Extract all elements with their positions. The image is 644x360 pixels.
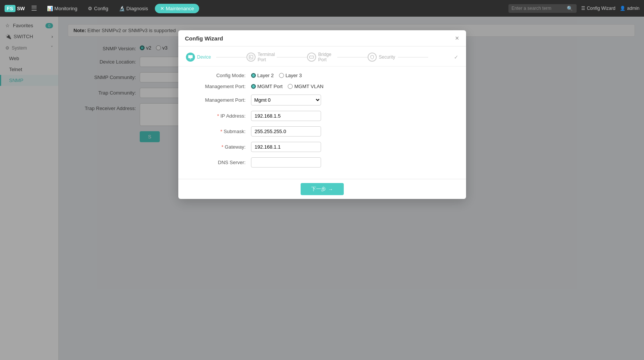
wizard-steps: Device Terminal Port Bridge Port xyxy=(178,47,466,67)
bridge-step-label: Bridge Port xyxy=(318,52,337,62)
wizard-step-device[interactable]: Device xyxy=(186,53,216,62)
nav-monitoring-label: Monitoring xyxy=(55,6,78,11)
nav-maintenance-label: Maintenance xyxy=(166,6,194,11)
security-step-label: Security xyxy=(379,54,395,60)
search-input[interactable] xyxy=(511,6,564,11)
step-line-3 xyxy=(337,57,368,57)
svg-rect-1 xyxy=(249,55,253,59)
layer3-label: Layer 3 xyxy=(285,73,302,78)
dns-server-input[interactable] xyxy=(251,157,321,168)
layer3-radio-label[interactable]: Layer 3 xyxy=(279,73,302,78)
wizard-step-done: ✓ xyxy=(428,54,458,60)
wizard-step-security[interactable]: Security xyxy=(368,53,398,62)
config-icon: ⚙ xyxy=(88,6,92,11)
wizard-step-bridge-port[interactable]: Bridge Port xyxy=(307,52,337,62)
modal-overlay: Config Wizard × Device Terminal Port xyxy=(0,0,644,360)
config-mode-label: Config Mode: xyxy=(190,73,251,78)
gateway-label: * Gateway: xyxy=(190,144,251,150)
modal-header: Config Wizard × xyxy=(178,30,466,47)
bridge-step-icon xyxy=(307,53,316,62)
layer3-radio[interactable] xyxy=(279,73,284,78)
navbar-right: 🔍 ☰ Config Wizard 👤 admin xyxy=(508,4,639,13)
mgmt-port-radio[interactable] xyxy=(251,84,256,89)
admin-label: admin xyxy=(627,6,639,11)
mgmt-port-label: MGMT Port xyxy=(257,84,283,89)
nav-diagnosis-label: Diagnosis xyxy=(126,6,148,11)
step-line-2 xyxy=(277,57,307,57)
gateway-required-star: * xyxy=(221,144,225,150)
device-step-icon xyxy=(186,53,195,62)
submask-required-star: * xyxy=(220,129,224,134)
svg-rect-0 xyxy=(188,55,193,58)
submask-group: * Submask: xyxy=(190,126,454,137)
modal-title: Config Wizard xyxy=(185,35,223,42)
nav-maintenance[interactable]: ✕ Maintenance xyxy=(155,4,199,13)
monitoring-icon: 📊 xyxy=(47,6,53,11)
layer2-radio-label[interactable]: Layer 2 xyxy=(251,73,274,78)
ip-address-group: * IP Address: xyxy=(190,111,454,121)
config-wizard-nav-button[interactable]: ☰ Config Wizard xyxy=(581,6,615,11)
config-mode-group: Config Mode: Layer 2 Layer 3 xyxy=(190,73,454,78)
layer2-radio[interactable] xyxy=(251,73,256,78)
config-wizard-icon: ☰ xyxy=(581,6,585,11)
logo-fs: FS xyxy=(5,5,16,12)
terminal-step-icon xyxy=(246,53,256,62)
svg-rect-2 xyxy=(309,56,313,58)
mgmt-port-type-label: Management Port: xyxy=(190,84,251,89)
security-step-icon xyxy=(368,53,377,62)
ip-required-star: * xyxy=(217,113,221,119)
search-box[interactable]: 🔍 xyxy=(508,4,577,13)
menu-icon[interactable]: ☰ xyxy=(31,4,37,12)
ip-address-input[interactable] xyxy=(251,111,321,121)
modal-close-button[interactable]: × xyxy=(455,35,459,42)
step-line-4 xyxy=(398,57,428,57)
dns-server-group: DNS Server: xyxy=(190,157,454,168)
mgmt-port-select-group: Management Port: Mgmt 0 Mgmt 1 xyxy=(190,95,454,106)
gateway-input[interactable] xyxy=(251,142,321,152)
admin-icon: 👤 xyxy=(620,6,625,11)
app-logo: FS SW xyxy=(5,5,25,12)
nav-diagnosis[interactable]: 🔬 Diagnosis xyxy=(115,3,152,14)
mgmt-port-select-label: Management Port: xyxy=(190,97,251,103)
next-button-label: 下一步 xyxy=(311,186,326,192)
wizard-step-terminal-port[interactable]: Terminal Port xyxy=(246,52,277,62)
nav-monitoring[interactable]: 📊 Monitoring xyxy=(43,3,81,14)
navbar: FS SW ☰ 📊 Monitoring ⚙ Config 🔬 Diagnosi… xyxy=(0,0,644,17)
config-wizard-nav-label: Config Wizard xyxy=(587,6,615,11)
admin-button[interactable]: 👤 admin xyxy=(620,6,639,11)
ip-address-label: * IP Address: xyxy=(190,113,251,119)
mgmt-port-radio-label[interactable]: MGMT Port xyxy=(251,84,283,89)
modal-footer: 下一步 → xyxy=(178,179,466,199)
mgmt-port-select[interactable]: Mgmt 0 Mgmt 1 xyxy=(251,95,321,106)
next-button[interactable]: 下一步 → xyxy=(301,183,344,195)
dns-server-label: DNS Server: xyxy=(190,160,251,165)
maintenance-close-icon: ✕ xyxy=(160,6,164,11)
done-check-icon: ✓ xyxy=(454,54,458,60)
logo-sw: SW xyxy=(17,6,25,11)
diagnosis-icon: 🔬 xyxy=(119,6,125,11)
gateway-group: * Gateway: xyxy=(190,142,454,152)
modal-body: Config Mode: Layer 2 Layer 3 Management … xyxy=(178,67,466,179)
mgmt-vlan-label: MGMT VLAN xyxy=(294,84,323,89)
nav-config-label: Config xyxy=(94,6,108,11)
nav-config[interactable]: ⚙ Config xyxy=(84,3,112,14)
layer2-label: Layer 2 xyxy=(257,73,274,78)
search-icon: 🔍 xyxy=(567,6,573,11)
mgmt-port-type-radio-group: MGMT Port MGMT VLAN xyxy=(251,84,324,89)
config-mode-radio-group: Layer 2 Layer 3 xyxy=(251,73,302,78)
submask-label: * Submask: xyxy=(190,129,251,134)
mgmt-port-type-group: Management Port: MGMT Port MGMT VLAN xyxy=(190,84,454,89)
device-step-label: Device xyxy=(197,54,211,60)
mgmt-vlan-radio-label[interactable]: MGMT VLAN xyxy=(288,84,323,89)
submask-input[interactable] xyxy=(251,126,321,137)
mgmt-vlan-radio[interactable] xyxy=(288,84,293,89)
terminal-step-label: Terminal Port xyxy=(258,52,277,62)
next-arrow-icon: → xyxy=(328,186,333,192)
step-line-1 xyxy=(216,57,246,57)
config-wizard-modal: Config Wizard × Device Terminal Port xyxy=(178,30,466,199)
